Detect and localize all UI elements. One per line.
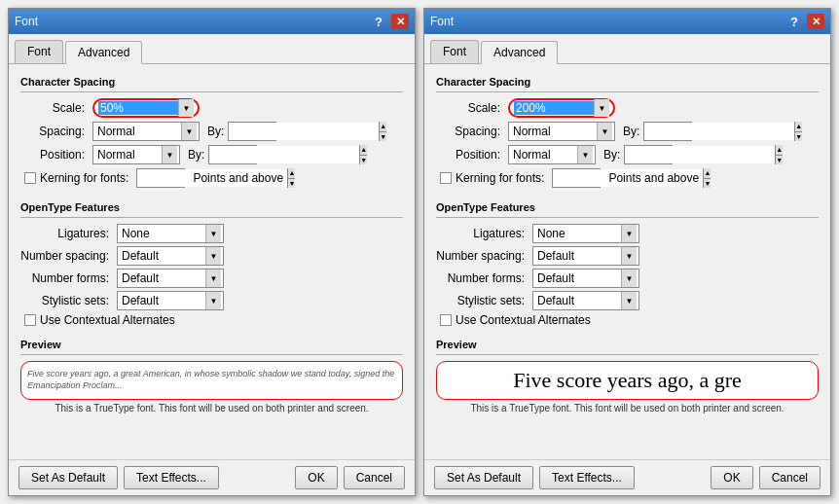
num-forms-arrow-1[interactable]: ▼ xyxy=(205,270,221,287)
spacing-arrow-2[interactable]: ▼ xyxy=(597,123,612,140)
spacing-by-label-2: By: xyxy=(623,125,639,138)
kerning-checkbox-1[interactable] xyxy=(24,172,36,184)
spacing-spin-down-1[interactable]: ▼ xyxy=(380,132,386,142)
ligatures-arrow-1[interactable]: ▼ xyxy=(205,225,221,242)
kerning-label-1: Kerning for fonts: xyxy=(40,171,128,185)
num-spacing-arrow-2[interactable]: ▼ xyxy=(621,247,637,265)
kerning-spin-1[interactable]: ▲ ▼ xyxy=(136,168,185,188)
num-spacing-select-1[interactable]: Default ▼ xyxy=(117,246,224,266)
spacing-spin-input-1[interactable] xyxy=(229,123,379,140)
position-spin-input-2[interactable] xyxy=(625,146,775,163)
dialog-title-2: Font xyxy=(430,15,454,28)
set-default-button-2[interactable]: Set As Default xyxy=(434,466,533,489)
spacing-spin-up-2[interactable]: ▲ xyxy=(795,122,802,132)
position-spin-arrows-2: ▲ ▼ xyxy=(775,145,783,164)
kerning-spin-down-2[interactable]: ▼ xyxy=(704,179,711,189)
num-forms-select-1[interactable]: Default ▼ xyxy=(117,269,224,288)
position-spin-input-1[interactable] xyxy=(209,146,359,163)
text-effects-button-1[interactable]: Text Effects... xyxy=(124,466,219,489)
close-button-1[interactable]: ✕ xyxy=(391,14,409,29)
num-spacing-arrow-1[interactable]: ▼ xyxy=(205,247,221,265)
ligatures-row-1: Ligatures: None ▼ xyxy=(20,224,403,243)
kerning-spin-down-1[interactable]: ▼ xyxy=(288,179,295,189)
stylistic-select-1[interactable]: Default ▼ xyxy=(117,291,224,310)
scale-arrow-2[interactable]: ▼ xyxy=(594,99,609,117)
kerning-spin-up-2[interactable]: ▲ xyxy=(704,168,711,179)
spacing-row-1: Spacing: Normal ▼ By: ▲ ▼ xyxy=(20,122,403,141)
num-spacing-select-2[interactable]: Default ▼ xyxy=(532,246,639,266)
spacing-select-2[interactable]: Normal ▼ xyxy=(508,122,615,141)
num-spacing-label-1: Number spacing: xyxy=(20,249,113,263)
kerning-checkbox-2[interactable] xyxy=(440,172,452,184)
title-bar-left-2: Font xyxy=(430,15,454,28)
opentype-title-2: OpenType Features xyxy=(436,201,819,213)
dialog-body-1: Character Spacing Scale: 50% ▼ Spacing: … xyxy=(9,64,415,459)
contextual-checkbox-2[interactable] xyxy=(440,314,452,326)
help-button-2[interactable]: ? xyxy=(785,14,803,29)
spacing-spin-down-2[interactable]: ▼ xyxy=(795,132,802,142)
stylistic-label-2: Stylistic sets: xyxy=(436,294,529,307)
kerning-row-1: Kerning for fonts: ▲ ▼ Points and above xyxy=(24,168,403,188)
position-arrow-1[interactable]: ▼ xyxy=(162,146,177,163)
tab-advanced-2[interactable]: Advanced xyxy=(481,41,558,64)
position-spin-down-1[interactable]: ▼ xyxy=(360,156,367,165)
spacing-spin-input-2[interactable] xyxy=(644,123,794,140)
tab-advanced-1[interactable]: Advanced xyxy=(65,41,142,64)
stylistic-select-2[interactable]: Default ▼ xyxy=(532,291,639,310)
footer-left-2: Set As Default Text Effects... xyxy=(434,466,635,489)
title-bar-2: Font ? ✕ xyxy=(424,9,830,34)
num-forms-arrow-2[interactable]: ▼ xyxy=(621,270,637,287)
scale-arrow-1[interactable]: ▼ xyxy=(178,99,194,117)
num-spacing-row-1: Number spacing: Default ▼ xyxy=(20,246,403,266)
ligatures-select-1[interactable]: None ▼ xyxy=(117,224,224,243)
text-effects-button-2[interactable]: Text Effects... xyxy=(539,466,635,489)
spacing-spin-2[interactable]: ▲ ▼ xyxy=(643,122,692,141)
spacing-spin-1[interactable]: ▲ ▼ xyxy=(228,122,276,141)
spacing-spin-arrows-1: ▲ ▼ xyxy=(379,122,386,141)
position-spin-down-2[interactable]: ▼ xyxy=(776,156,783,165)
stylistic-value-1: Default xyxy=(120,294,205,307)
position-row-1: Position: Normal ▼ By: ▲ ▼ xyxy=(20,145,403,164)
tab-font-1[interactable]: Font xyxy=(15,40,63,63)
tab-font-2[interactable]: Font xyxy=(430,40,479,63)
scale-label-1: Scale: xyxy=(20,101,89,115)
position-spin-2[interactable]: ▲ ▼ xyxy=(624,145,673,164)
position-select-1[interactable]: Normal ▼ xyxy=(92,145,180,164)
stylistic-arrow-1[interactable]: ▼ xyxy=(205,292,221,309)
ligatures-select-2[interactable]: None ▼ xyxy=(532,224,639,243)
scale-select-2[interactable]: 200% ▼ xyxy=(508,98,615,118)
ok-button-1[interactable]: OK xyxy=(295,466,337,489)
title-bar-left-1: Font xyxy=(15,15,38,28)
spacing-spin-up-1[interactable]: ▲ xyxy=(380,122,386,132)
position-spin-up-2[interactable]: ▲ xyxy=(776,145,783,156)
ligatures-arrow-2[interactable]: ▼ xyxy=(621,225,637,242)
cancel-button-2[interactable]: Cancel xyxy=(759,466,821,489)
close-button-2[interactable]: ✕ xyxy=(807,14,824,29)
ok-button-2[interactable]: OK xyxy=(711,466,752,489)
spacing-value-2: Normal xyxy=(511,125,597,138)
set-default-button-1[interactable]: Set As Default xyxy=(18,466,118,489)
cancel-button-1[interactable]: Cancel xyxy=(344,466,405,489)
help-button-1[interactable]: ? xyxy=(370,14,387,29)
position-spin-1[interactable]: ▲ ▼ xyxy=(208,145,257,164)
ligatures-label-2: Ligatures: xyxy=(436,227,529,240)
kerning-spin-2[interactable]: ▲ ▼ xyxy=(552,168,601,188)
spacing-select-1[interactable]: Normal ▼ xyxy=(92,122,200,141)
spacing-arrow-1[interactable]: ▼ xyxy=(181,123,197,140)
contextual-checkbox-1[interactable] xyxy=(24,314,36,326)
position-spin-up-1[interactable]: ▲ xyxy=(360,145,367,156)
num-forms-select-2[interactable]: Default ▼ xyxy=(532,269,639,288)
font-dialog-2: Font ? ✕ Font Advanced Character Spacing… xyxy=(423,8,831,496)
num-spacing-value-2: Default xyxy=(535,249,621,263)
num-forms-label-1: Number forms: xyxy=(20,271,113,285)
kerning-spin-up-1[interactable]: ▲ xyxy=(288,168,295,179)
num-forms-row-1: Number forms: Default ▼ xyxy=(20,269,403,288)
font-dialog-1: Font ? ✕ Font Advanced Character Spacing… xyxy=(8,8,416,496)
dialog-footer-2: Set As Default Text Effects... OK Cancel xyxy=(424,459,830,495)
scale-select-1[interactable]: 50% ▼ xyxy=(92,98,200,118)
stylistic-arrow-2[interactable]: ▼ xyxy=(621,292,637,309)
position-arrow-2[interactable]: ▼ xyxy=(577,146,593,163)
position-select-2[interactable]: Normal ▼ xyxy=(508,145,596,164)
kerning-spin-arrows-2: ▲ ▼ xyxy=(703,168,711,188)
scale-value-1: 50% xyxy=(98,101,178,115)
